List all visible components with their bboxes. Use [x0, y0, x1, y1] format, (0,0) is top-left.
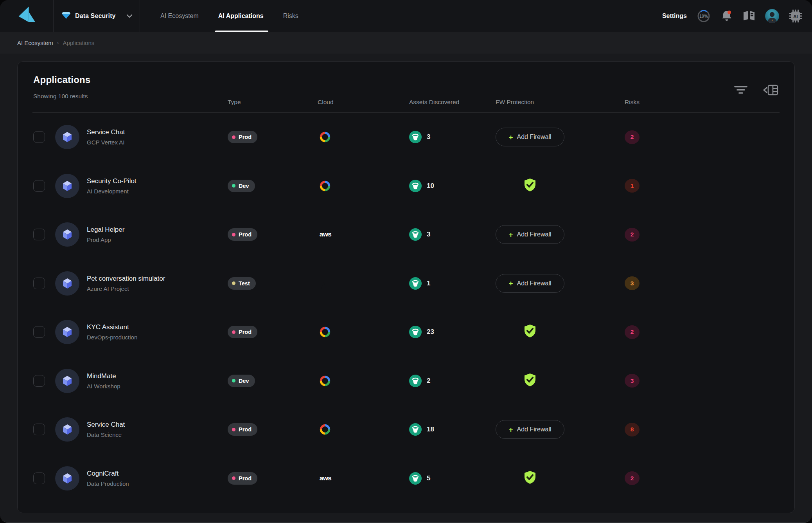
- risk-count-badge[interactable]: 1: [625, 179, 640, 193]
- type-badge: Dev: [228, 375, 255, 387]
- bell-icon[interactable]: [720, 10, 733, 22]
- app-icon: [55, 369, 79, 393]
- plus-icon: +: [508, 231, 513, 238]
- breadcrumb-separator-icon: ›: [57, 40, 59, 46]
- cloud-cell: aws: [318, 278, 409, 289]
- app-subtitle: AI Workshop: [87, 383, 228, 390]
- gcp-cloud-icon: [318, 180, 332, 192]
- column-fw-protection: FW Protection: [496, 99, 625, 106]
- add-firewall-button[interactable]: + Add Firewall: [496, 128, 564, 146]
- risk-count-badge[interactable]: 3: [625, 276, 640, 290]
- table-collapse-icon[interactable]: [762, 84, 779, 96]
- table-row[interactable]: MindMate AI Workshop Dev aws: [18, 357, 794, 406]
- table-row[interactable]: Pet conversation simulator Azure AI Proj…: [18, 259, 794, 308]
- table-row[interactable]: Service Chat GCP Vertex AI Prod aws: [18, 113, 794, 162]
- cube-icon: [61, 179, 74, 193]
- risk-count-badge[interactable]: 8: [625, 423, 640, 436]
- chip-ai-label: AI: [793, 14, 798, 18]
- cube-icon: [61, 325, 74, 339]
- cloud-cell: aws: [318, 180, 409, 192]
- breadcrumb-ai-ecosystem[interactable]: AI Ecosystem: [17, 40, 53, 46]
- type-badge: Prod: [228, 423, 257, 436]
- settings-button[interactable]: Settings: [662, 13, 687, 20]
- row-checkbox[interactable]: [33, 229, 45, 240]
- breadcrumb: AI Ecosystem › Applications: [0, 32, 812, 54]
- cube-icon: [61, 374, 74, 388]
- row-checkbox[interactable]: [33, 278, 45, 289]
- cube-icon: [61, 423, 74, 436]
- app-icon: [55, 271, 79, 296]
- plus-icon: +: [508, 426, 513, 433]
- add-firewall-label: Add Firewall: [517, 231, 552, 238]
- table-row[interactable]: Legal Helper Prod App Prod aws: [18, 210, 794, 259]
- type-badge: Prod: [228, 472, 257, 485]
- type-label: Test: [239, 280, 250, 287]
- table-header-row: Type Cloud Assets Discovered FW Protecti…: [18, 99, 794, 106]
- assets-count: 10: [427, 182, 434, 190]
- add-firewall-button[interactable]: + Add Firewall: [496, 420, 564, 439]
- bucket-icon: [409, 423, 422, 436]
- risk-count-badge[interactable]: 2: [625, 471, 640, 485]
- assets-cell: 5: [409, 472, 496, 485]
- page-title: Applications: [33, 74, 90, 85]
- type-label: Prod: [239, 426, 252, 433]
- app-name: Service Chat: [87, 421, 228, 429]
- assets-cell: 3: [409, 131, 496, 143]
- app-name: CogniCraft: [87, 470, 228, 478]
- gem-icon: [61, 11, 71, 21]
- table-row[interactable]: KYC Assistant DevOps-production Prod aws: [18, 308, 794, 357]
- row-checkbox[interactable]: [33, 375, 45, 387]
- ai-chip-icon[interactable]: AI: [789, 9, 803, 23]
- bucket-icon: [409, 326, 422, 338]
- add-firewall-label: Add Firewall: [517, 426, 552, 433]
- firewall-protected-shield-icon: [522, 470, 538, 487]
- cloud-cell: aws: [318, 131, 409, 143]
- add-firewall-button[interactable]: + Add Firewall: [496, 274, 564, 293]
- filter-icon[interactable]: [733, 84, 748, 96]
- type-badge: Dev: [228, 180, 255, 192]
- row-checkbox[interactable]: [33, 473, 45, 484]
- app-subtitle: Prod App: [87, 236, 228, 243]
- row-checkbox[interactable]: [33, 326, 45, 338]
- gcp-cloud-icon: [318, 131, 332, 143]
- risk-count-badge[interactable]: 2: [625, 130, 640, 144]
- app-name: KYC Assistant: [87, 323, 228, 331]
- brand-logo[interactable]: [0, 0, 54, 32]
- type-badge: Prod: [228, 131, 257, 143]
- open-book-icon[interactable]: [742, 10, 756, 22]
- add-firewall-label: Add Firewall: [517, 280, 552, 287]
- notification-dot: [728, 11, 731, 14]
- assets-cell: 23: [409, 326, 496, 338]
- table-row[interactable]: Security Co-Pilot AI Development Dev aws: [18, 162, 794, 211]
- product-label: Data Security: [75, 13, 116, 20]
- row-checkbox[interactable]: [33, 131, 45, 143]
- app-name: MindMate: [87, 372, 228, 380]
- tab-ai-ecosystem[interactable]: AI Ecosystem: [160, 0, 199, 32]
- applications-rows: Service Chat GCP Vertex AI Prod aws: [18, 113, 794, 503]
- risk-count-badge[interactable]: 3: [625, 374, 640, 388]
- row-checkbox[interactable]: [33, 180, 45, 192]
- breadcrumb-applications: Applications: [63, 40, 94, 46]
- usage-progress-ring[interactable]: 19%: [696, 9, 711, 23]
- table-row[interactable]: CogniCraft Data Production Prod aws: [18, 454, 794, 503]
- risk-count-badge[interactable]: 2: [625, 228, 640, 242]
- add-firewall-button[interactable]: + Add Firewall: [496, 225, 564, 244]
- row-checkbox[interactable]: [33, 424, 45, 435]
- type-label: Prod: [239, 231, 252, 238]
- app-subtitle: DevOps-production: [87, 334, 228, 341]
- assets-count: 3: [427, 231, 430, 238]
- user-avatar[interactable]: [765, 9, 779, 23]
- app-subtitle: AI Development: [87, 188, 228, 195]
- app-icon: [55, 466, 79, 491]
- app-icon: [55, 174, 79, 198]
- tab-ai-applications[interactable]: AI Applications: [217, 0, 264, 32]
- cube-icon: [61, 277, 74, 290]
- product-switcher[interactable]: Data Security: [54, 0, 140, 32]
- aws-cloud-icon: aws: [318, 232, 333, 237]
- card-header: Applications Showing 100 results: [18, 62, 794, 113]
- tab-risks[interactable]: Risks: [282, 0, 299, 32]
- assets-count: 3: [427, 133, 430, 141]
- top-bar: Data Security AI Ecosystem AI Applicatio…: [0, 0, 812, 32]
- risk-count-badge[interactable]: 2: [625, 325, 640, 339]
- table-row[interactable]: Service Chat Data Science Prod aws: [18, 405, 794, 454]
